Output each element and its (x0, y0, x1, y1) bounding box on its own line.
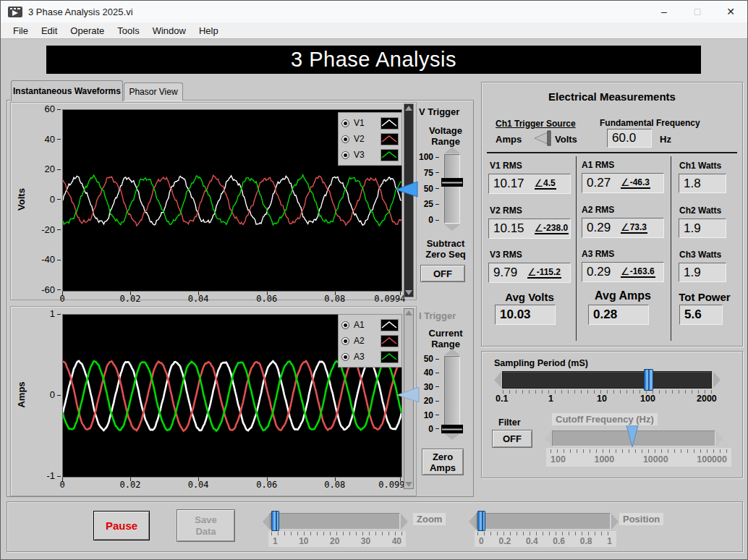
subtract-zero-seq-label: Subtract Zero Seq (419, 238, 472, 260)
minimize-button[interactable]: – (647, 1, 681, 22)
ch3-watts-value-box: 1.9 (679, 263, 726, 282)
position-increment-icon[interactable] (611, 514, 619, 530)
maximize-button[interactable]: □ (681, 1, 714, 22)
zoom-tick-20: 20 (330, 536, 339, 546)
v3-rms-value-box: 9.79 ∠-115.2 (488, 263, 571, 283)
fundamental-frequency-value[interactable]: 60.0 (607, 129, 652, 148)
a3-rms-value-box: 0.29 ∠-163.6 (582, 262, 664, 282)
column-divider (671, 156, 671, 341)
a2-angle: ∠73.3 (621, 222, 647, 234)
trigger-source-amps-option[interactable]: Amps (496, 134, 522, 145)
filter-label: Filter (498, 417, 521, 428)
v3-line-swatch[interactable] (381, 149, 399, 161)
sampling-tick-1: 1 (548, 394, 553, 404)
a1-line-swatch[interactable] (381, 319, 399, 331)
tot-power-label: Tot Power (672, 291, 737, 303)
column-divider (576, 156, 577, 341)
trigger-source-volts-option[interactable]: Volts (555, 134, 577, 145)
position-decrement-icon[interactable] (469, 514, 476, 530)
scroll-up-icon[interactable] (405, 106, 412, 111)
trigger-source-toggle[interactable] (533, 130, 552, 146)
ch2-watts-label: Ch2 Watts (679, 205, 721, 216)
a3-angle: ∠-163.6 (621, 266, 655, 278)
tab-instantaneous-waveforms[interactable]: Instantaneous Waveforms (11, 80, 123, 101)
cutoff-tick-1000: 1000 (594, 454, 614, 464)
app-icon (8, 7, 22, 17)
sampling-decrement-icon[interactable] (494, 372, 501, 388)
a2-visibility-radio[interactable] (341, 337, 349, 345)
menu-operate[interactable]: Operate (64, 24, 111, 38)
v2-line-swatch[interactable] (381, 133, 399, 145)
current-range-decrement-icon[interactable] (443, 433, 462, 440)
sampling-period-slider[interactable] (502, 371, 712, 389)
position-tick-0: 0 (479, 536, 484, 546)
voltage-range-increment-icon[interactable] (443, 147, 462, 153)
position-tick-0.2: 0.2 (498, 536, 511, 546)
cutoff-decrement-icon[interactable] (545, 430, 552, 446)
a3-visibility-radio[interactable] (341, 353, 349, 361)
zoom-handle[interactable] (271, 511, 279, 531)
window-title: 3 Phase Analysis 2025.vi (28, 7, 133, 17)
volts-trigger-scrollbar[interactable] (404, 103, 414, 297)
current-range-increment-icon[interactable] (443, 349, 462, 355)
v1-visibility-radio[interactable] (341, 119, 349, 127)
sampling-increment-icon[interactable] (713, 372, 721, 388)
a1-visibility-radio[interactable] (341, 321, 349, 329)
zero-amps-button[interactable]: Zero Amps (422, 449, 464, 475)
subtract-zero-seq-button[interactable]: OFF (420, 265, 465, 282)
v1-line-swatch[interactable] (381, 117, 399, 130)
menu-help[interactable]: Help (192, 24, 225, 38)
legend-item-a2: A2 (341, 333, 399, 349)
current-range-handle[interactable] (441, 425, 463, 433)
save-data-button[interactable]: Save Data (177, 509, 235, 542)
a3-line-swatch[interactable] (381, 351, 399, 363)
amps-x-axis: 0 0.02 0.04 0.06 0.08 0.099 (62, 480, 401, 490)
cutoff-increment-icon[interactable] (716, 430, 723, 446)
cutoff-handle-icon[interactable] (625, 425, 639, 447)
amps-y-axis: 1 0 -1 (21, 308, 61, 482)
avg-volts-value-box: 10.03 (495, 305, 556, 325)
position-handle[interactable] (477, 511, 485, 531)
current-range-label: Current Range (419, 328, 472, 349)
zoom-slider[interactable] (270, 513, 400, 530)
pause-button[interactable]: Pause (93, 511, 150, 540)
menu-window[interactable]: Window (146, 24, 192, 38)
ch1-watts-value-box: 1.8 (679, 174, 726, 193)
menu-edit[interactable]: Edit (35, 24, 64, 38)
position-tick-0.4: 0.4 (526, 536, 538, 546)
scroll-down-icon[interactable] (405, 482, 412, 487)
tab-phasor-view[interactable]: Phasor View (124, 82, 183, 101)
volts-x-axis: 0 0.02 0.04 0.06 0.08 0.0994 (62, 294, 401, 304)
sampling-tick-2000: 2000 (697, 394, 717, 404)
volts-y-axis: 60 40 20 0 -20 -40 -60 (21, 103, 61, 296)
zoom-tick-1: 1 (273, 536, 278, 546)
angle-icon: ∠ (535, 223, 544, 233)
voltage-range-handle[interactable] (441, 178, 463, 187)
app-window: 3 Phase Analysis 2025.vi – □ ✕ File Edit… (0, 0, 748, 560)
scroll-down-icon[interactable] (405, 290, 412, 295)
menu-tools[interactable]: Tools (111, 24, 145, 38)
zoom-increment-icon[interactable] (401, 514, 408, 530)
position-slider[interactable] (476, 513, 611, 530)
menu-file[interactable]: File (7, 24, 35, 38)
a1-angle: ∠-46.3 (621, 177, 650, 189)
scroll-up-icon[interactable] (405, 310, 412, 315)
zoom-decrement-icon[interactable] (263, 514, 270, 530)
a2-rms-label: A2 RMS (582, 205, 614, 215)
a2-line-swatch[interactable] (381, 335, 399, 347)
current-range-slider[interactable] (444, 356, 460, 433)
voltage-range-decrement-icon[interactable] (443, 224, 462, 231)
filter-button[interactable]: OFF (492, 430, 532, 448)
v2-visibility-radio[interactable] (341, 135, 349, 143)
angle-icon: ∠ (527, 267, 537, 277)
close-button[interactable]: ✕ (714, 1, 747, 22)
v3-visibility-radio[interactable] (341, 151, 349, 159)
sampling-period-handle[interactable] (644, 369, 653, 391)
volts-legend: V1 V2 V3 (338, 112, 402, 166)
measurements-title: Electrical Measurements (481, 90, 743, 103)
angle-icon: ∠ (621, 177, 630, 187)
v-trigger-title: V Trigger (419, 106, 459, 117)
zoom-tick-10: 10 (299, 536, 308, 546)
legend-item-a1: A1 (341, 317, 399, 333)
voltage-range-slider[interactable] (444, 154, 460, 224)
